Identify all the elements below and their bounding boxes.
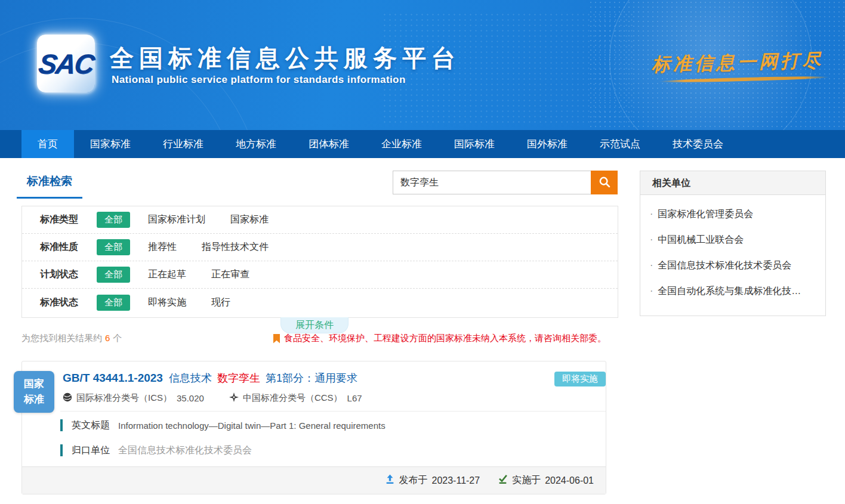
nav-item-home[interactable]: 首页 <box>21 130 74 158</box>
implemented-date-group: 实施于 2024-06-01 <box>498 474 594 487</box>
filter-option[interactable]: 指导性技术文件 <box>202 241 269 253</box>
standard-type-badge: 国家 标准 <box>14 371 54 413</box>
filter-label: 标准状态 <box>40 296 97 309</box>
filter-all-button[interactable]: 全部 <box>97 267 130 283</box>
nav-item-group-standards[interactable]: 团体标准 <box>292 130 365 158</box>
result-count-suffix: 个 <box>113 333 122 343</box>
publish-icon <box>385 474 399 487</box>
field-accent-bar <box>60 444 63 456</box>
field-value: Information technology—Digital twin—Part… <box>118 420 386 431</box>
search-icon <box>598 175 611 190</box>
search-button[interactable] <box>591 171 618 194</box>
result-count: 为您找到相关结果约6个 <box>21 333 122 344</box>
filter-row-plan-status: 计划状态 全部 正在起草 正在审查 <box>22 261 618 289</box>
site-header: SAC 全国标准信息公共服务平台 National public service… <box>0 0 845 130</box>
standard-result-card: 国家 标准 GB/T 43441.1-2023 信息技术 数字孪生 第1部分：通… <box>21 361 606 494</box>
status-badge: 即将实施 <box>554 372 606 386</box>
standard-title-part[interactable]: 第1部分：通用要求 <box>266 371 357 385</box>
filter-label: 标准性质 <box>40 241 97 253</box>
search-input[interactable] <box>393 171 591 194</box>
implement-check-icon <box>498 474 512 487</box>
sac-logo-text: SAC <box>36 48 95 80</box>
main-nav: 首页 国家标准 行业标准 地方标准 团体标准 企业标准 国际标准 国外标准 示范… <box>0 130 845 158</box>
notice-text: 食品安全、环境保护、工程建设方面的国家标准未纳入本系统，请咨询相关部委。 <box>284 333 606 344</box>
badge-line1: 国家 <box>24 376 44 392</box>
ccs-value: L67 <box>347 393 362 403</box>
filter-row-standard-status: 标准状态 全部 即将实施 现行 <box>22 289 618 316</box>
sidebar-item-label[interactable]: 全国自动化系统与集成标准化技… <box>658 286 801 296</box>
sidebar-item-sac[interactable]: ·国家标准化管理委员会 <box>640 201 825 227</box>
filter-option[interactable]: 正在审查 <box>211 268 249 281</box>
main-content: 标准检索 标准类型 全部 国家标准计划 国家标准 标准性质 全部 推荐性 指导性… <box>0 158 845 504</box>
filter-label: 标准类型 <box>40 214 97 226</box>
sidebar-item-automation-committee[interactable]: ·全国自动化系统与集成标准化技… <box>640 278 825 304</box>
filter-option[interactable]: 推荐性 <box>148 241 177 253</box>
nav-item-local-standards[interactable]: 地方标准 <box>220 130 292 158</box>
field-label: 英文标题 <box>72 419 110 432</box>
results-meta-line: 为您找到相关结果约6个 食品安全、环境保护、工程建设方面的国家标准未纳入本系统，… <box>21 333 606 344</box>
sidebar-item-label[interactable]: 国家标准化管理委员会 <box>658 209 753 219</box>
nav-item-national-standards[interactable]: 国家标准 <box>74 130 147 158</box>
nav-item-pilot[interactable]: 示范试点 <box>584 130 656 158</box>
classification-row: 国际标准分类号（ICS） 35.020 中国标准分类号（CCS） L67 <box>63 392 362 404</box>
nav-item-international-standards[interactable]: 国际标准 <box>438 130 511 158</box>
implemented-date: 2024-06-01 <box>545 475 594 486</box>
sidebar-item-label[interactable]: 全国信息技术标准化技术委员会 <box>658 260 791 270</box>
sac-logo: SAC <box>37 35 95 92</box>
standard-code[interactable]: GB/T 43441.1-2023 <box>63 372 163 385</box>
ics-value: 35.020 <box>177 393 204 403</box>
search-box <box>393 171 618 194</box>
bookmark-icon <box>273 334 280 344</box>
filter-row-standard-type: 标准类型 全部 国家标准计划 国家标准 <box>22 206 618 234</box>
site-title: 全国标准信息公共服务平台 <box>110 42 461 75</box>
standard-title-part[interactable]: 信息技术 <box>169 371 212 385</box>
committee-row: 归口单位 全国信息技术标准化技术委员会 <box>60 443 252 457</box>
filter-option[interactable]: 即将实施 <box>148 296 186 309</box>
ics-label: 国际标准分类号（ICS） <box>76 392 172 404</box>
nav-item-enterprise-standards[interactable]: 企业标准 <box>365 130 438 158</box>
sidebar-list: ·国家标准化管理委员会 ·中国机械工业联合会 ·全国信息技术标准化技术委员会 ·… <box>640 195 825 304</box>
nav-item-technical-committee[interactable]: 技术委员会 <box>656 130 739 158</box>
nav-item-industry-standards[interactable]: 行业标准 <box>147 130 220 158</box>
published-date-group: 发布于 2023-11-27 <box>385 474 480 487</box>
bullet: · <box>650 209 653 219</box>
filter-panel: 标准类型 全部 国家标准计划 国家标准 标准性质 全部 推荐性 指导性技术文件 … <box>21 206 618 318</box>
badge-line2: 标准 <box>24 392 44 407</box>
standard-title-link[interactable]: GB/T 43441.1-2023 信息技术 数字孪生 第1部分：通用要求 <box>63 371 363 385</box>
sidebar-item-label[interactable]: 中国机械工业联合会 <box>658 234 744 245</box>
filter-option[interactable]: 国家标准 <box>230 214 269 226</box>
implemented-label: 实施于 <box>512 474 541 487</box>
filter-all-button[interactable]: 全部 <box>97 239 130 255</box>
globe-icon <box>63 392 76 404</box>
compass-icon <box>229 392 243 404</box>
card-divider <box>60 411 606 412</box>
filter-row-standard-nature: 标准性质 全部 推荐性 指导性技术文件 <box>22 234 618 261</box>
nav-item-foreign-standards[interactable]: 国外标准 <box>511 130 584 158</box>
filter-option[interactable]: 现行 <box>211 296 230 309</box>
expand-conditions-button[interactable]: 展开条件 <box>280 317 349 333</box>
filter-option[interactable]: 国家标准计划 <box>148 214 205 226</box>
sidebar-item-it-committee[interactable]: ·全国信息技术标准化技术委员会 <box>640 252 825 278</box>
sidebar-item-machinery-federation[interactable]: ·中国机械工业联合会 <box>640 227 825 252</box>
section-title-standard-search: 标准检索 <box>17 174 82 199</box>
bullet: · <box>650 286 653 296</box>
related-organizations-panel: 相关单位 ·国家标准化管理委员会 ·中国机械工业联合会 ·全国信息技术标准化技术… <box>640 171 826 316</box>
result-count-prefix: 为您找到相关结果约 <box>21 333 102 343</box>
filter-option[interactable]: 正在起草 <box>148 268 186 281</box>
ccs-label: 中国标准分类号（CCS） <box>243 392 343 404</box>
field-label: 归口单位 <box>72 444 110 457</box>
bullet: · <box>650 260 653 270</box>
filter-all-button[interactable]: 全部 <box>97 295 130 311</box>
header-slogan: 标准信息一网打尽 <box>651 48 824 78</box>
english-title-row: 英文标题 Information technology—Digital twin… <box>60 418 386 432</box>
filter-all-button[interactable]: 全部 <box>97 212 130 228</box>
published-date: 2023-11-27 <box>432 475 480 486</box>
published-label: 发布于 <box>399 474 428 487</box>
standard-title-highlight[interactable]: 数字孪生 <box>217 371 260 385</box>
field-accent-bar <box>60 419 63 431</box>
site-subtitle: National public service platform for sta… <box>112 74 406 86</box>
bullet: · <box>650 234 653 245</box>
result-count-number: 6 <box>105 333 110 343</box>
filter-label: 计划状态 <box>40 268 97 281</box>
card-footer: 发布于 2023-11-27 实施于 2024-06-01 <box>22 466 606 494</box>
